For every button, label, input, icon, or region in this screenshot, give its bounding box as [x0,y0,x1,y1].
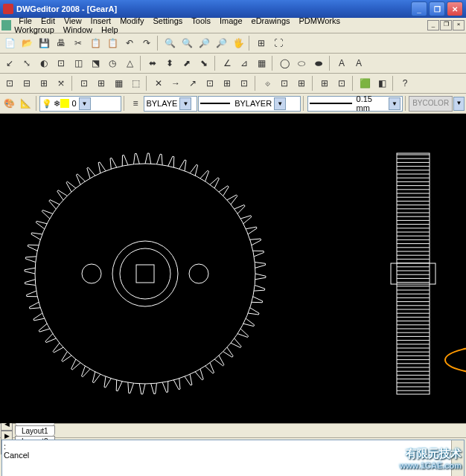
layer-name: 0 [71,99,76,108]
tool-button[interactable]: 💾 [36,35,52,51]
tool-button[interactable]: ⊡ [1,75,18,91]
tool-button[interactable]: ⬚ [127,75,144,91]
menu-settings[interactable]: Settings [149,15,188,27]
command-line: : [4,442,462,451]
menu-edrawings[interactable]: eDrawings [247,15,295,27]
tool-button[interactable]: ✂ [70,35,86,51]
modify-toolbar: ⊡⊟⊞⤧⊡⊞▦⬚✕→↗⊡⊞⊡⟐⊡⊞⊞⊡🟩◧? [0,74,466,94]
tool-button[interactable]: ⊡ [76,75,92,91]
tool-button[interactable]: ? [397,75,413,91]
tool-button[interactable]: △ [121,55,138,71]
tool-button[interactable]: ◫ [70,55,86,71]
tool-button[interactable]: ⤡ [19,55,35,71]
tool-button[interactable]: ⬔ [87,55,103,71]
tool-button[interactable]: ⊿ [236,55,252,71]
tool-button[interactable]: ⊡ [333,75,350,91]
tool-button[interactable]: ◯ [276,55,293,71]
dropdown-icon[interactable]: ▼ [453,97,465,111]
tool-button[interactable]: ↗ [185,75,201,91]
tool-button[interactable]: ⊞ [219,75,235,91]
tool-button[interactable]: ▦ [253,55,269,71]
tool-button[interactable]: → [167,75,184,91]
doc-restore-button[interactable]: ❐ [440,20,452,30]
svg-point-5 [189,264,208,283]
tool-button[interactable]: ◐ [36,55,52,71]
tool-button[interactable]: ⊞ [316,75,333,91]
tool-button[interactable]: ⊡ [276,75,293,91]
doc-close-button[interactable]: × [453,20,465,30]
tool-button[interactable]: 📋 [104,35,121,51]
dropdown-icon[interactable]: ▼ [79,97,91,110]
dropdown-icon[interactable]: ▼ [179,97,191,110]
scrollbar[interactable] [451,440,464,476]
tool-button[interactable]: 🔎 [213,35,229,51]
window-title: DWGeditor 2008 - [GearA] [16,4,411,13]
tool-button[interactable]: ⊞ [293,75,310,91]
tool-button[interactable]: ⊡ [236,75,252,91]
layer-combo[interactable]: 💡❄ 0 ▼ [39,96,121,112]
svg-rect-3 [136,265,154,283]
tab-layout1[interactable]: Layout1 [15,425,55,436]
close-button[interactable]: ✕ [447,1,463,16]
tool-button[interactable]: 📄 [1,35,18,51]
tool-button[interactable]: ↙ [1,55,18,71]
standard-toolbar: 📄📂💾🖶✂📋📋↶↷🔍🔍🔎🔎🖐⊞⛶ [0,33,466,54]
document-icon[interactable] [1,20,11,30]
tool-button[interactable]: 🔍 [162,35,178,51]
tool-button[interactable]: ⟐ [259,75,275,91]
tool-button[interactable]: 🔍 [179,35,195,51]
tool-button[interactable]: ⛶ [270,35,287,51]
maximize-button[interactable]: ❐ [429,1,445,16]
tool-button[interactable]: ⬌ [144,55,161,71]
tool-button[interactable]: ⊞ [36,75,52,91]
linetype-combo[interactable]: BYLAYER ▼ [198,96,300,112]
layer-tool-icon[interactable]: 📐 [18,95,33,112]
tool-button[interactable]: ⬭ [293,55,310,71]
tool-button[interactable]: A [351,55,367,71]
tool-button[interactable]: 📂 [19,35,35,51]
tool-button[interactable]: ▦ [110,75,127,91]
tool-button[interactable]: ⊡ [53,55,69,71]
lineweight-combo[interactable]: 0.15 mm ▼ [307,96,403,112]
window-buttons: _ ❐ ✕ [411,1,463,16]
linestyle-combo[interactable]: BYLAYE ▼ [144,96,197,112]
tool-button[interactable]: ↶ [121,35,138,51]
cad-drawing [0,114,466,423]
tool-button[interactable]: ◧ [374,75,390,91]
drawing-canvas[interactable]: eworks [0,114,466,423]
tool-button[interactable]: 🖐 [230,35,246,51]
tool-button[interactable]: ∠ [219,55,235,71]
tool-button[interactable]: 📋 [87,35,103,51]
tool-button[interactable]: ↷ [138,35,155,51]
dropdown-icon[interactable]: ▼ [389,97,400,110]
tool-button[interactable]: ◷ [104,55,121,71]
tool-button[interactable]: A [333,55,350,71]
linetype-icon[interactable]: ≡ [128,95,144,112]
tool-button[interactable]: ⊟ [19,75,35,91]
dropdown-icon[interactable]: ▼ [274,97,286,110]
layout-tabbar: |◀◀▶▶| ModelLayout1Layout2 [0,423,466,438]
menu-help[interactable]: Help [97,24,123,36]
menu-tools[interactable]: Tools [187,15,215,27]
svg-point-2 [120,248,170,299]
tool-button[interactable]: 🖶 [53,35,69,51]
tool-button[interactable]: ⬬ [310,55,327,71]
menu-window[interactable]: Window [59,24,97,36]
tool-button[interactable]: ⊡ [202,75,218,91]
tool-button[interactable]: ⬍ [162,55,178,71]
color-button[interactable]: BYCOLOR [409,96,452,112]
menu-image[interactable]: Image [215,15,247,27]
tool-button[interactable]: ✕ [150,75,167,91]
color-tool-icon[interactable]: 🎨 [1,95,17,112]
minimize-button[interactable]: _ [411,1,427,16]
command-window[interactable]: : Cancel [1,440,465,476]
menu-bar: FileEditViewInsertModifySettingsToolsIma… [0,18,466,33]
tool-button[interactable]: ⬊ [196,55,212,71]
doc-minimize-button[interactable]: _ [427,20,439,30]
tool-button[interactable]: ⊞ [253,35,269,51]
tool-button[interactable]: 🔎 [196,35,212,51]
tool-button[interactable]: ⬈ [179,55,195,71]
tool-button[interactable]: ⤧ [53,75,69,91]
tool-button[interactable]: ⊞ [93,75,109,91]
tool-button[interactable]: 🟩 [357,75,373,91]
